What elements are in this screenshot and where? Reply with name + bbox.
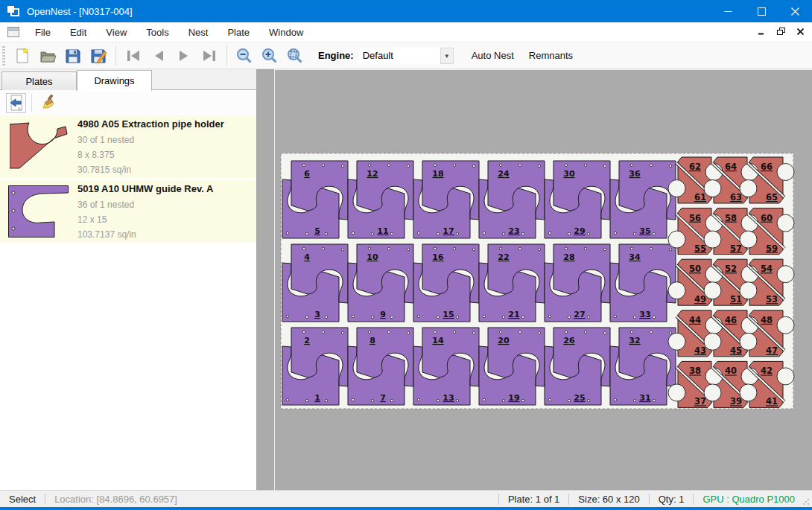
- part-number-label: 49: [694, 294, 706, 305]
- part-number-label: 10: [367, 252, 378, 262]
- drawings-toolbar: [0, 90, 256, 115]
- drawing-area: 103.7137 sq/in: [77, 227, 213, 242]
- part-number-label: 5: [314, 226, 320, 236]
- part-number-label: 52: [725, 264, 737, 274]
- part-cutout: [704, 231, 721, 248]
- part-number-label: 38: [689, 366, 701, 376]
- import-drawing-icon[interactable]: [6, 93, 26, 113]
- part-number-label: 37: [694, 396, 706, 407]
- tab-plates[interactable]: Plates: [1, 71, 77, 90]
- part-number-label: 57: [730, 243, 742, 254]
- drawing-nested: 36 of 1 nested: [77, 197, 213, 212]
- engine-value: Default: [363, 50, 393, 61]
- part-number-label: 35: [639, 226, 650, 236]
- part-cutout: [704, 384, 721, 401]
- part-cutout: [668, 180, 685, 197]
- drawing-title: 4980 A05 Extraction pipe holder: [77, 116, 224, 133]
- engine-label: Engine:: [318, 50, 354, 61]
- part-cutout: [668, 333, 685, 350]
- menubar: File Edit View Tools Nest Plate Window: [0, 22, 812, 42]
- menu-nest[interactable]: Nest: [179, 23, 218, 42]
- part-number-label: 53: [766, 294, 778, 305]
- part-number-label: 4: [304, 252, 310, 262]
- part-number-label: 23: [508, 226, 519, 236]
- part-cutout: [740, 180, 757, 197]
- save-as-icon[interactable]: [86, 45, 111, 67]
- part-cutout: [668, 384, 685, 401]
- part-cutout: [740, 333, 757, 350]
- app-icon: [7, 5, 20, 17]
- zoom-in-icon[interactable]: [257, 45, 282, 67]
- mdi-close-icon[interactable]: [793, 25, 808, 38]
- auto-nest-button[interactable]: Auto Nest: [464, 46, 521, 65]
- part-number-label: 41: [766, 396, 778, 407]
- drawing-item[interactable]: 4980 A05 Extraction pipe holder 30 of 1 …: [0, 115, 256, 178]
- drawing-size: 12 x 15: [77, 212, 213, 227]
- next-plate-icon[interactable]: [171, 45, 197, 67]
- part-number-label: 34: [629, 252, 641, 262]
- last-plate-icon[interactable]: [197, 45, 222, 67]
- minimize-icon[interactable]: [711, 0, 745, 22]
- status-location: Location: [84.8696, 60.6957]: [51, 494, 180, 505]
- menu-window[interactable]: Window: [259, 23, 313, 42]
- app-window: OpenNest - [N0317-004] File Edit View To…: [0, 0, 812, 510]
- part-number-label: 24: [498, 169, 510, 179]
- part-cutout: [777, 164, 794, 181]
- menu-view[interactable]: View: [96, 23, 136, 42]
- part-number-label: 16: [432, 252, 444, 262]
- first-plate-icon[interactable]: [121, 45, 146, 67]
- part-number-label: 11: [377, 226, 388, 236]
- mdi-document-icon[interactable]: [7, 27, 19, 37]
- maximize-icon[interactable]: [745, 0, 778, 22]
- part-number-label: 28: [563, 252, 574, 262]
- part-number-label: 64: [725, 162, 737, 172]
- part-cutout: [704, 180, 721, 197]
- part-number-label: 63: [730, 192, 742, 203]
- part-cutout: [740, 282, 757, 299]
- status-mode: Select: [6, 494, 39, 505]
- tab-drawings[interactable]: Drawings: [77, 70, 152, 91]
- part-number-label: 18: [432, 169, 443, 179]
- open-folder-icon[interactable]: [35, 45, 60, 67]
- chevron-down-icon[interactable]: ▾: [440, 48, 454, 64]
- nest-plate-view[interactable]: 6512111817242330293635431091615222128273…: [275, 70, 812, 491]
- resize-grip[interactable]: [802, 498, 810, 506]
- part-cutout: [777, 368, 794, 385]
- nest-canvas[interactable]: 6512111817242330293635431091615222128273…: [257, 69, 812, 490]
- status-plate: Plate: 1 of 1: [505, 494, 562, 505]
- menu-file[interactable]: File: [25, 23, 60, 42]
- drawing-thumbnail: [0, 185, 77, 238]
- sidebar-tabs: Plates Drawings: [0, 69, 256, 90]
- part-cutout: [668, 231, 685, 248]
- part-cutout: [704, 333, 721, 350]
- titlebar: OpenNest - [N0317-004]: [0, 0, 812, 22]
- drawing-thumbnail: [0, 122, 77, 171]
- drawing-item[interactable]: 5019 A10 UHMW guide Rev. A 36 of 1 neste…: [0, 180, 256, 243]
- menu-tools[interactable]: Tools: [136, 23, 178, 42]
- close-icon[interactable]: [778, 0, 812, 22]
- menu-edit[interactable]: Edit: [60, 23, 96, 42]
- new-document-icon[interactable]: [10, 45, 35, 67]
- clean-icon[interactable]: [37, 93, 57, 113]
- part-cutout: [777, 266, 794, 283]
- part-number-label: 56: [689, 213, 701, 223]
- menu-plate[interactable]: Plate: [218, 23, 259, 42]
- nest-viewport[interactable]: 6512111817242330293635431091615222128273…: [274, 69, 812, 490]
- part-number-label: 15: [443, 310, 454, 319]
- remnants-button[interactable]: Remnants: [521, 46, 580, 65]
- previous-plate-icon[interactable]: [146, 45, 171, 67]
- part-number-label: 54: [761, 264, 773, 274]
- status-size: Size: 60 x 120: [575, 494, 642, 505]
- zoom-fit-icon[interactable]: [282, 45, 308, 67]
- zoom-out-icon[interactable]: [232, 45, 257, 67]
- part-cutout: [704, 282, 721, 299]
- statusbar: Select Location: [84.8696, 60.6957] Plat…: [0, 490, 812, 507]
- part-number-label: 2: [304, 336, 310, 345]
- part-number-label: 29: [574, 226, 585, 236]
- mdi-restore-icon[interactable]: [773, 25, 788, 38]
- save-icon[interactable]: [60, 45, 86, 67]
- part-number-label: 65: [766, 192, 778, 203]
- part-number-label: 3: [314, 310, 320, 319]
- engine-select[interactable]: Default ▾: [358, 48, 454, 64]
- mdi-minimize-icon[interactable]: [754, 25, 769, 38]
